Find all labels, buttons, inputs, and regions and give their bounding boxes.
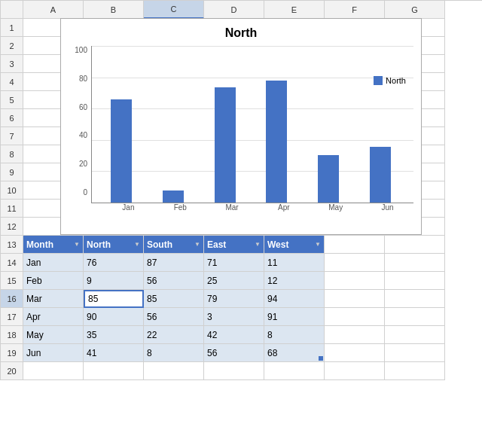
cell-F14[interactable]: 11	[264, 254, 325, 272]
cell-G18[interactable]	[325, 326, 385, 344]
dropdown-arrow-north[interactable]: ▼	[134, 241, 140, 248]
x-labels: JanFebMarAprMayJun	[91, 203, 413, 212]
cell-C20[interactable]	[84, 362, 144, 380]
chart-y-axis: 100 80 60 40 20 0	[69, 46, 91, 212]
cell-F20[interactable]	[264, 362, 325, 380]
bar-apr	[266, 81, 287, 203]
row-header-7: 7	[1, 127, 23, 145]
cell-D18[interactable]: 22	[144, 326, 204, 344]
cell-B14[interactable]: Jan	[23, 254, 84, 272]
cell-C18[interactable]: 35	[84, 326, 144, 344]
bar-group-jan	[96, 99, 148, 203]
chart-bars-area: JanFebMarAprMayJun	[91, 46, 413, 212]
corner-cell	[1, 1, 23, 19]
cell-H19[interactable]	[385, 344, 445, 362]
cell-H17[interactable]	[385, 308, 445, 326]
row-header-1: 1	[1, 19, 23, 37]
resize-handle[interactable]	[319, 356, 323, 361]
cell-C16-active[interactable]: 85	[84, 290, 144, 308]
bar-group-apr	[251, 81, 303, 203]
cell-H20[interactable]	[385, 362, 445, 380]
bar-jun	[370, 147, 391, 203]
cell-H16[interactable]	[385, 290, 445, 308]
cell-E18[interactable]: 42	[204, 326, 264, 344]
cell-G15[interactable]	[325, 272, 385, 290]
col-header-A[interactable]: A	[23, 1, 84, 19]
chart-legend: North	[374, 76, 406, 85]
cell-G17[interactable]	[325, 308, 385, 326]
cell-G16[interactable]	[325, 290, 385, 308]
col-header-G[interactable]: G	[385, 1, 445, 19]
cell-C17[interactable]: 90	[84, 308, 144, 326]
dropdown-arrow-east[interactable]: ▼	[255, 241, 261, 248]
table-header-month[interactable]: Month ▼	[23, 236, 84, 254]
cell-B19[interactable]: Jun	[23, 344, 84, 362]
col-header-D[interactable]: D	[204, 1, 264, 19]
row-header-2: 2	[1, 37, 23, 55]
cell-D20[interactable]	[144, 362, 204, 380]
cell-H14[interactable]	[385, 254, 445, 272]
col-header-F[interactable]: F	[325, 1, 385, 19]
dropdown-arrow-month[interactable]: ▼	[74, 241, 80, 248]
row-header-19: 19	[1, 344, 23, 362]
cell-G19[interactable]	[325, 344, 385, 362]
row-header-11: 11	[1, 200, 23, 218]
row-header-13: 13	[1, 236, 23, 254]
cell-C14[interactable]: 76	[84, 254, 144, 272]
cell-C15[interactable]: 9	[84, 272, 144, 290]
x-label-mar: Mar	[206, 203, 258, 212]
cell-B18[interactable]: May	[23, 326, 84, 344]
cell-F19[interactable]: 68	[264, 344, 325, 362]
legend-color-box	[374, 76, 383, 85]
x-label-feb: Feb	[154, 203, 206, 212]
row-header-8: 8	[1, 145, 23, 163]
cell-E15[interactable]: 25	[204, 272, 264, 290]
col-header-C[interactable]: C	[144, 1, 204, 19]
bar-group-jun	[354, 147, 406, 203]
cell-B15[interactable]: Feb	[23, 272, 84, 290]
cell-E19[interactable]: 56	[204, 344, 264, 362]
cell-E16[interactable]: 79	[204, 290, 264, 308]
cell-D15[interactable]: 56	[144, 272, 204, 290]
row-header-15: 15	[1, 272, 23, 290]
x-label-jan: Jan	[102, 203, 154, 212]
cell-G20[interactable]	[325, 362, 385, 380]
table-header-north[interactable]: North ▼	[84, 236, 144, 254]
table-header-south[interactable]: South ▼	[144, 236, 204, 254]
row-header-20: 20	[1, 362, 23, 380]
cell-H15[interactable]	[385, 272, 445, 290]
table-header-east[interactable]: East ▼	[204, 236, 264, 254]
cell-B20[interactable]	[23, 362, 84, 380]
cell-F17[interactable]: 91	[264, 308, 325, 326]
cell-D19[interactable]: 8	[144, 344, 204, 362]
row-header-4: 4	[1, 73, 23, 91]
row-header-9: 9	[1, 163, 23, 181]
cell-H13[interactable]	[385, 236, 445, 254]
x-label-apr: Apr	[258, 203, 310, 212]
x-label-may: May	[310, 203, 362, 212]
col-header-E[interactable]: E	[264, 1, 325, 19]
cell-F18[interactable]: 8	[264, 326, 325, 344]
col-header-B[interactable]: B	[84, 1, 144, 19]
cell-B16[interactable]: Mar	[23, 290, 84, 308]
cell-G14[interactable]	[325, 254, 385, 272]
row-header-3: 3	[1, 55, 23, 73]
cell-G13[interactable]	[325, 236, 385, 254]
cell-C19[interactable]: 41	[84, 344, 144, 362]
cell-E14[interactable]: 71	[204, 254, 264, 272]
dropdown-arrow-west[interactable]: ▼	[315, 241, 321, 248]
cell-D17[interactable]: 56	[144, 308, 204, 326]
cell-F15[interactable]: 12	[264, 272, 325, 290]
row-header-5: 5	[1, 91, 23, 109]
table-header-west[interactable]: West ▼	[264, 236, 325, 254]
row-header-14: 14	[1, 254, 23, 272]
cell-F16[interactable]: 94	[264, 290, 325, 308]
dropdown-arrow-south[interactable]: ▼	[194, 241, 200, 248]
cell-H18[interactable]	[385, 326, 445, 344]
cell-E20[interactable]	[204, 362, 264, 380]
cell-B17[interactable]: Apr	[23, 308, 84, 326]
cell-E17[interactable]: 3	[204, 308, 264, 326]
cell-D14[interactable]: 87	[144, 254, 204, 272]
bar-jan	[111, 99, 132, 203]
cell-D16[interactable]: 85	[144, 290, 204, 308]
